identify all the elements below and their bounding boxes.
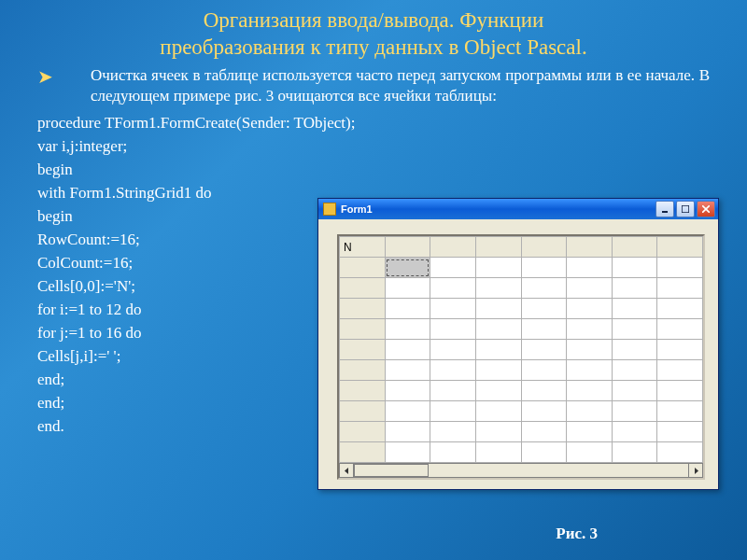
delphi-form-window: Form1 N <box>317 198 719 490</box>
figure-caption: Рис. 3 <box>556 525 598 543</box>
selected-cell[interactable] <box>385 258 430 278</box>
slide-title: Организация ввода/вывода. Функции преобр… <box>0 0 747 62</box>
scroll-left-button[interactable] <box>339 463 354 478</box>
string-grid[interactable]: N <box>337 234 705 480</box>
window-title: Form1 <box>341 203 655 215</box>
app-icon <box>323 203 336 216</box>
scroll-thumb[interactable] <box>354 464 429 477</box>
close-button[interactable] <box>697 201 715 217</box>
svg-marker-4 <box>345 468 348 474</box>
horizontal-scrollbar[interactable] <box>339 463 703 478</box>
grid-corner-cell: N <box>340 237 386 258</box>
minimize-button[interactable] <box>655 201 674 217</box>
maximize-button[interactable] <box>676 201 695 217</box>
svg-rect-0 <box>662 211 668 213</box>
scroll-track[interactable] <box>354 463 688 478</box>
bullet-icon: ➤ <box>37 65 53 86</box>
scroll-right-button[interactable] <box>688 463 703 478</box>
titlebar[interactable]: Form1 <box>318 199 718 219</box>
svg-rect-1 <box>682 205 689 213</box>
svg-marker-5 <box>695 468 698 474</box>
intro-text: Очистка ячеек в таблице используется час… <box>66 65 710 108</box>
